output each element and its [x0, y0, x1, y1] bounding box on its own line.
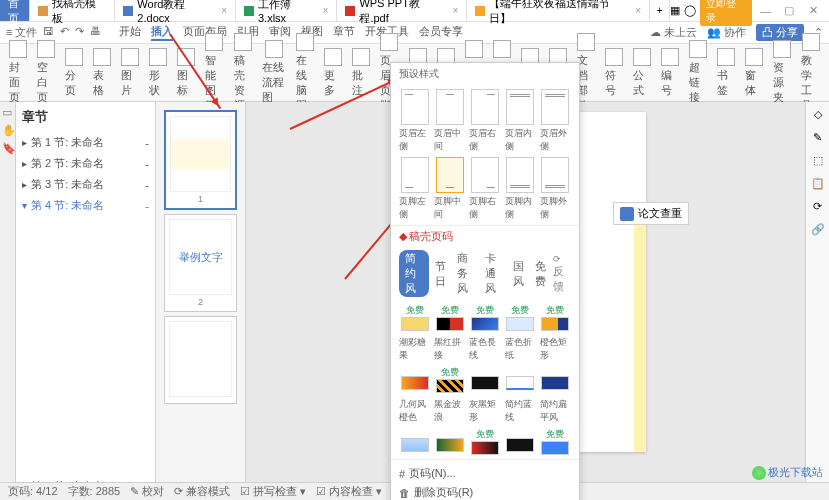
cover-item[interactable]: 免费 — [434, 304, 465, 331]
menu-file[interactable]: ≡ 文件 — [6, 25, 37, 40]
page-indicator[interactable]: 页码: 4/12 — [8, 484, 58, 499]
cloud-status[interactable]: ☁ 未上云 — [650, 25, 697, 40]
tab-ppt[interactable]: 【端午狂欢夜福送情端节日】× — [467, 0, 650, 21]
preset-header-inside[interactable]: 页眉内侧 — [505, 89, 536, 153]
tab-templates[interactable]: 找稿壳模板 — [30, 0, 116, 21]
cover-item[interactable]: 免费 — [399, 304, 430, 331]
style-tab[interactable]: 节日 — [431, 258, 451, 290]
style-tab[interactable]: 免费 — [531, 258, 551, 290]
tab-home[interactable]: 首页 — [0, 0, 30, 21]
outline-item[interactable]: ▸ 第 3 节: 未命名- — [22, 174, 149, 195]
cover-item[interactable]: . — [399, 428, 430, 455]
close-icon[interactable]: × — [221, 5, 227, 16]
user-icon[interactable]: ◯ — [684, 4, 696, 17]
thumbnail[interactable]: 1 — [164, 110, 237, 210]
tab-member[interactable]: 会员专享 — [419, 24, 463, 41]
ribbon-picture[interactable]: 图片 — [116, 48, 144, 98]
close-icon[interactable]: × — [635, 5, 641, 16]
format-icon[interactable]: ◇ — [814, 108, 822, 121]
paper-check-badge[interactable]: 论文查重 — [613, 202, 689, 225]
collab-button[interactable]: 👥 协作 — [707, 25, 746, 40]
outline-item[interactable]: ▸ 第 1 节: 未命名- — [22, 132, 149, 153]
cover-item[interactable]: . — [505, 366, 536, 393]
ribbon-link[interactable]: 超链接 — [684, 40, 712, 105]
ribbon-teachtool[interactable]: 教学工具 — [796, 33, 825, 113]
bookmark-icon[interactable]: 🔖 — [2, 142, 14, 154]
ribbon-more[interactable]: 更多 — [319, 48, 347, 98]
page-number-menu[interactable]: #页码(N)... — [399, 464, 571, 483]
delete-page-number-menu[interactable]: 🗑删除页码(R) — [399, 483, 571, 500]
preset-header-center[interactable]: 页眉中间 — [434, 89, 465, 153]
content-check[interactable]: ☑ 内容检查 ▾ — [316, 484, 382, 499]
preset-footer-inside[interactable]: 页脚内侧 — [505, 157, 536, 221]
clipboard-icon[interactable]: 📋 — [811, 177, 825, 190]
save-icon[interactable]: 🖫 — [43, 25, 54, 40]
cover-item[interactable]: . — [540, 366, 571, 393]
outline-item[interactable]: ▾ 第 4 节: 未命名- — [22, 195, 149, 216]
style-tab-simple[interactable]: 简约风 — [399, 250, 429, 297]
cover-item[interactable]: . — [469, 366, 500, 393]
ribbon-formula[interactable]: 公式 — [628, 48, 656, 98]
ribbon-number[interactable]: 编号 — [656, 48, 684, 98]
ribbon-mindmap[interactable]: 在线脑图 — [291, 33, 320, 113]
ribbon-blank[interactable]: 空白页 — [32, 40, 60, 105]
preset-footer-left[interactable]: 页脚左侧 — [399, 157, 430, 221]
feedback-link[interactable]: ⟳ 反馈 — [553, 254, 571, 294]
tab-review[interactable]: 审阅 — [269, 24, 291, 41]
style-tab[interactable]: 卡通风 — [481, 250, 507, 297]
ribbon-flowchart[interactable]: 在线流程图 — [257, 40, 290, 105]
cover-item[interactable]: 免费 — [469, 428, 500, 455]
preset-footer-right[interactable]: 页脚右侧 — [469, 157, 500, 221]
undo-icon[interactable]: ↶ — [60, 25, 69, 40]
close-icon[interactable]: × — [323, 5, 329, 16]
cover-item[interactable]: . — [434, 428, 465, 455]
ribbon-bookmark[interactable]: 书签 — [712, 48, 740, 98]
close-button[interactable]: ✕ — [803, 4, 823, 17]
grid-icon[interactable]: ▦ — [670, 4, 680, 17]
cover-link[interactable]: 稿壳页码 — [409, 229, 453, 244]
style-tab[interactable]: 国风 — [509, 258, 529, 290]
cover-item[interactable]: . — [505, 428, 536, 455]
cover-item[interactable]: 免费 — [540, 304, 571, 331]
hand-icon[interactable]: ✋ — [2, 124, 14, 136]
thumbnail[interactable]: 举例文字 2 — [164, 214, 237, 312]
redo-icon[interactable]: ↷ — [75, 25, 84, 40]
style-icon[interactable]: ✎ — [813, 131, 822, 144]
cover-item[interactable]: . — [399, 366, 430, 393]
tab-pdf[interactable]: WPS PPT教程.pdf× — [337, 0, 467, 21]
maximize-button[interactable]: ▢ — [779, 4, 799, 17]
ribbon-resource[interactable]: 稿壳资源 — [229, 33, 258, 113]
ribbon-table[interactable]: 表格 — [88, 48, 116, 98]
tab-xlsx[interactable]: 工作簿3.xlsx× — [236, 0, 337, 21]
select-icon[interactable]: ⬚ — [813, 154, 823, 167]
cover-item[interactable]: 免费 — [540, 428, 571, 455]
print-icon[interactable]: 🖶 — [90, 25, 101, 40]
preset-header-right[interactable]: 页眉右侧 — [469, 89, 500, 153]
ribbon-form[interactable]: 窗体 — [740, 48, 768, 98]
cover-item[interactable]: 免费 — [505, 304, 536, 331]
outline-item[interactable]: ▸ 第 2 节: 未命名- — [22, 153, 149, 174]
select-icon[interactable]: ▭ — [2, 106, 14, 118]
preset-footer-outside[interactable]: 页脚外侧 — [540, 157, 571, 221]
ribbon-cover[interactable]: 封面页 — [4, 40, 32, 105]
compat-mode[interactable]: ⟳ 兼容模式 — [174, 484, 230, 499]
minimize-button[interactable]: — — [756, 5, 776, 17]
cover-item[interactable]: 免费 — [434, 366, 465, 393]
proof-status[interactable]: ✎ 校对 — [130, 484, 164, 499]
preset-header-left[interactable]: 页眉左侧 — [399, 89, 430, 153]
preset-footer-center[interactable]: 页脚中间 — [434, 157, 465, 221]
cover-item[interactable]: 免费 — [469, 304, 500, 331]
tab-start[interactable]: 开始 — [119, 24, 141, 41]
ribbon-shape[interactable]: 形状 — [144, 48, 172, 98]
style-tab[interactable]: 商务风 — [453, 250, 479, 297]
ribbon-resourcepane[interactable]: 资源夹 — [768, 40, 796, 105]
tab-add[interactable]: + — [650, 0, 670, 21]
tab-word-doc[interactable]: Word教程2.docx× — [115, 0, 236, 21]
login-button[interactable]: 立即登录 — [700, 0, 752, 26]
backup-icon[interactable]: ⟳ — [813, 200, 822, 213]
spell-check[interactable]: ☑ 拼写检查 ▾ — [240, 484, 306, 499]
close-icon[interactable]: × — [453, 5, 459, 16]
preset-header-outside[interactable]: 页眉外侧 — [540, 89, 571, 153]
thumbnail[interactable] — [164, 316, 237, 404]
ribbon-symbol[interactable]: 符号 — [600, 48, 628, 98]
